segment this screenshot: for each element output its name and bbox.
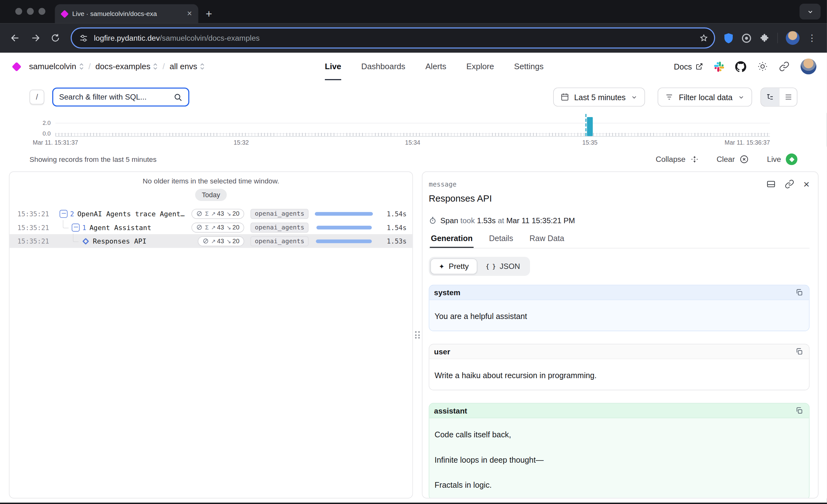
chevron-down-icon <box>631 94 638 100</box>
dock-panel-icon[interactable] <box>767 180 776 189</box>
browser-tab[interactable]: Live · samuelcolvin/docs-exa × <box>55 4 198 23</box>
breadcrumb-separator: / <box>88 62 91 71</box>
copy-button[interactable] <box>794 347 804 357</box>
view-mode-pretty[interactable]: ✦Pretty <box>430 259 477 274</box>
collapse-toggle-icon[interactable] <box>72 223 80 231</box>
docs-link[interactable]: Docs <box>674 62 703 71</box>
y-axis-label: 0.0 <box>43 131 51 137</box>
tree-view-button[interactable] <box>761 88 779 106</box>
trace-row[interactable]: 15:35:212OpenAI Agents trace Agent…Σ↗43↘… <box>9 207 412 220</box>
trace-row[interactable]: 15:35:21Responses API↗43↘20openai_agents… <box>9 234 412 248</box>
timeline-x-labels: Mar 11. 15:31:3715:3215:3415:35Mar 11. 1… <box>55 139 770 147</box>
panel-splitter[interactable] <box>413 171 422 499</box>
tab-generation[interactable]: Generation <box>430 234 474 248</box>
live-toggle[interactable]: Live <box>767 153 797 165</box>
time-range-select[interactable]: Last 5 minutes <box>553 88 645 107</box>
message-content: Code calls itself back,Infinite loops in… <box>429 418 809 498</box>
puzzle-extensions-icon[interactable] <box>760 33 769 43</box>
nav-explore[interactable]: Explore <box>467 53 494 80</box>
tab-search-button[interactable] <box>799 4 820 20</box>
activity-timeline[interactable]: 2.0 0.0 Mar 11. 15:31:3715:3215:3415:35M… <box>55 114 770 147</box>
nav-settings[interactable]: Settings <box>514 53 543 80</box>
back-button[interactable] <box>5 29 26 48</box>
nav-dashboards[interactable]: Dashboards <box>361 53 405 80</box>
filter-controls: Last 5 minutes Filter local data <box>553 88 797 107</box>
window-zoom-button[interactable] <box>39 8 45 15</box>
duration-bar-track <box>315 225 373 229</box>
docs-label: Docs <box>674 62 692 71</box>
extension-icons: ⋮ <box>720 31 821 45</box>
address-bar[interactable]: logfire.pydantic.dev/samuelcolvin/docs-e… <box>71 28 715 49</box>
span-info-segment: took <box>458 216 477 225</box>
trace-row[interactable]: 15:35:211Agent AssistantΣ↗43↘20openai_ag… <box>9 220 412 234</box>
timeline-axis <box>55 136 770 137</box>
detail-header: message × Responses API Span took 1.53s … <box>423 172 818 248</box>
slack-icon[interactable] <box>714 61 724 71</box>
theme-sun-icon[interactable] <box>757 61 768 72</box>
tab-close-icon[interactable]: × <box>185 8 194 19</box>
user-avatar[interactable] <box>801 58 817 74</box>
row-timestamp: 15:35:21 <box>17 223 60 231</box>
browser-window: Live · samuelcolvin/docs-exa × + logfire… <box>0 0 827 504</box>
timeline-selection-line <box>585 114 586 136</box>
message-role-header: assistant <box>429 404 809 418</box>
window-bottom-edge <box>0 503 827 504</box>
message-content: Write a haiku about recursion in program… <box>429 359 809 390</box>
nav-alerts[interactable]: Alerts <box>425 53 446 80</box>
circle-extension-icon[interactable] <box>741 33 751 43</box>
flat-list-view-button[interactable] <box>779 88 797 106</box>
x-tick-label: Mar 11. 15:36:37 <box>725 139 770 146</box>
forward-button[interactable] <box>26 29 45 48</box>
duration-bar <box>316 239 372 243</box>
breadcrumb-item-samuelcolvin[interactable]: samuelcolvin <box>29 62 84 71</box>
sql-search-box[interactable] <box>52 88 189 107</box>
copy-button[interactable] <box>794 287 804 297</box>
message-list: systemYou are a helpful assistantuserWri… <box>429 285 810 498</box>
logfire-logo[interactable] <box>12 62 21 71</box>
copy-button[interactable] <box>794 406 804 416</box>
local-filter-label: Filter local data <box>679 93 732 102</box>
span-duration-info: Span took 1.53s at Mar 11 15:35:21 PM <box>429 216 810 225</box>
tab-raw-data[interactable]: Raw Data <box>528 234 565 248</box>
browser-profile-avatar[interactable] <box>786 31 799 45</box>
new-tab-button[interactable]: + <box>206 8 212 19</box>
toolbar-separator <box>777 33 778 43</box>
window-minimize-button[interactable] <box>27 8 34 15</box>
circle-slash-icon <box>196 224 202 231</box>
breadcrumb-item-all-envs[interactable]: all envs <box>169 62 205 71</box>
collapse-button[interactable]: Collapse <box>656 155 699 163</box>
chevron-down-icon <box>738 94 745 100</box>
timeline-event-bar[interactable] <box>587 117 593 136</box>
span-name: OpenAI Agents trace Agent… <box>77 210 185 217</box>
time-range-label: Last 5 minutes <box>574 93 625 102</box>
reload-button[interactable] <box>45 29 65 48</box>
sort-chevrons-icon <box>79 63 84 70</box>
close-panel-icon[interactable]: × <box>803 179 810 189</box>
github-icon[interactable] <box>735 61 746 72</box>
nav-live[interactable]: Live <box>325 53 341 80</box>
bookmark-star-icon[interactable] <box>699 33 709 43</box>
tab-details[interactable]: Details <box>488 234 514 248</box>
window-close-button[interactable] <box>15 8 22 15</box>
clear-button[interactable]: Clear <box>717 155 749 164</box>
browser-menu-icon[interactable]: ⋮ <box>807 34 816 43</box>
message-role: assistant <box>434 406 467 415</box>
span-info-segment: 1.53s <box>477 216 496 225</box>
view-mode-label: Pretty <box>449 262 469 270</box>
window-controls <box>15 8 45 15</box>
collapse-toggle-icon[interactable] <box>59 210 67 217</box>
up-arrow-icon: ↗ <box>211 224 216 231</box>
down-arrow-icon: ↘ <box>226 224 231 231</box>
view-mode-json[interactable]: { }JSON <box>477 259 528 274</box>
filter-bar: / Last 5 minutes Filter local data <box>0 80 827 113</box>
search-input[interactable] <box>59 93 174 101</box>
breadcrumb-separator: / <box>162 62 165 71</box>
up-arrow-icon: ↗ <box>211 210 216 217</box>
url-path: /samuelcolvin/docs-examples <box>160 34 259 42</box>
breadcrumb-item-docs-examples[interactable]: docs-examples <box>95 62 158 71</box>
sort-chevrons-icon <box>153 63 158 70</box>
shield-extension-icon[interactable] <box>724 33 734 44</box>
share-link-icon[interactable] <box>779 61 789 72</box>
local-filter-select[interactable]: Filter local data <box>658 88 752 107</box>
copy-link-icon[interactable] <box>785 180 794 189</box>
